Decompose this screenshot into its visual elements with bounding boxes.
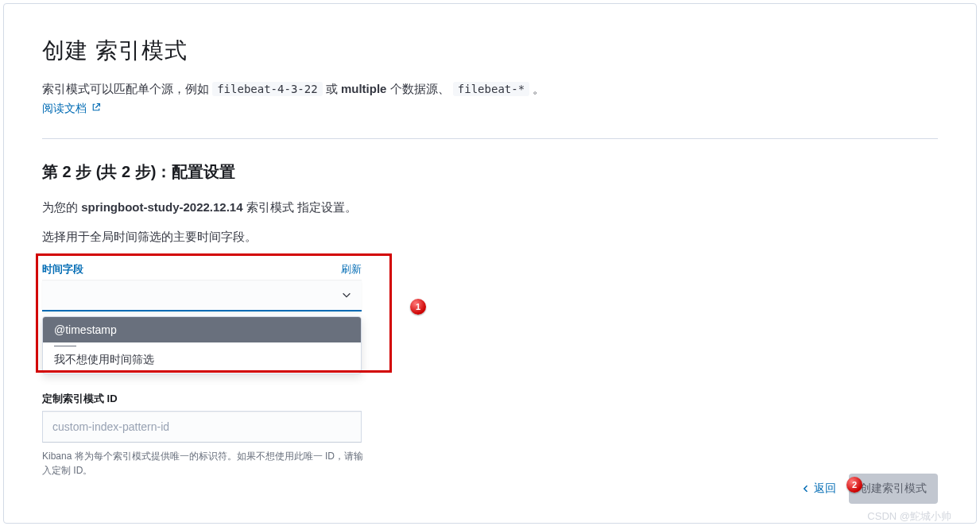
custom-id-help-text: Kibana 将为每个索引模式提供唯一的标识符。如果不想使用此唯一 ID，请输入… — [42, 449, 368, 478]
create-index-pattern-panel: 创建 索引模式 索引模式可以匹配单个源，例如 filebeat-4-3-22 或… — [3, 3, 977, 524]
section-divider — [42, 138, 938, 139]
dropdown-option-no-time-filter[interactable]: 我不想使用时间筛选 — [43, 346, 361, 373]
refresh-link[interactable]: 刷新 — [341, 262, 362, 277]
custom-id-input[interactable] — [42, 411, 362, 443]
custom-id-section: 定制索引模式 ID Kibana 将为每个索引模式提供唯一的标识符。如果不想使用… — [42, 392, 362, 478]
desc-text: 。 — [533, 82, 544, 95]
time-field-header: 时间字段 刷新 — [42, 262, 362, 277]
desc-text: 索引模式可以匹配单个源，例如 — [42, 82, 212, 95]
annotation-badge-2: 2 — [846, 477, 862, 493]
desc-text: 个数据源、 — [390, 82, 453, 95]
step-title: 第 2 步 (共 2 步)：配置设置 — [42, 161, 938, 183]
watermark: CSDN @鮀城小帅 — [867, 509, 951, 524]
step-desc-prefix: 为您的 — [42, 200, 81, 214]
docs-link-row: 阅读文档 — [42, 102, 938, 116]
time-field-label: 时间字段 — [42, 262, 83, 277]
step-desc-suffix: 索引模式 指定设置。 — [246, 200, 357, 214]
code-example-wildcard: filebeat-* — [453, 82, 529, 96]
page-title: 创建 索引模式 — [42, 36, 938, 66]
read-docs-link[interactable]: 阅读文档 — [42, 102, 101, 114]
page-description: 索引模式可以匹配单个源，例如 filebeat-4-3-22 或 multipl… — [42, 82, 938, 97]
step-description: 为您的 springboot-study-2022.12.14 索引模式 指定设… — [42, 200, 938, 215]
external-link-icon — [91, 103, 101, 112]
docs-link-label: 阅读文档 — [42, 102, 87, 114]
desc-text: 或 — [326, 82, 341, 95]
time-field-select[interactable] — [42, 280, 362, 311]
footer-actions: 返回 创建索引模式 — [793, 474, 938, 504]
back-button-label: 返回 — [814, 482, 836, 496]
annotation-badge-1: 1 — [410, 299, 426, 315]
dropdown-option-timestamp[interactable]: @timestamp — [43, 317, 361, 342]
back-button[interactable]: 返回 — [793, 475, 844, 502]
create-index-pattern-button[interactable]: 创建索引模式 — [849, 474, 938, 504]
chevron-left-icon — [801, 484, 811, 493]
chevron-down-icon — [341, 289, 352, 300]
time-field-section: 时间字段 刷新 @timestamp 我不想使用时间筛选 — [42, 262, 362, 374]
multiple-word: multiple — [341, 82, 387, 95]
custom-id-label: 定制索引模式 ID — [42, 392, 362, 406]
step-note: 选择用于全局时间筛选的主要时间字段。 — [42, 230, 938, 245]
index-pattern-name: springboot-study-2022.12.14 — [81, 200, 242, 214]
time-field-dropdown: @timestamp 我不想使用时间筛选 — [42, 316, 362, 374]
code-example-single: filebeat-4-3-22 — [212, 82, 322, 96]
